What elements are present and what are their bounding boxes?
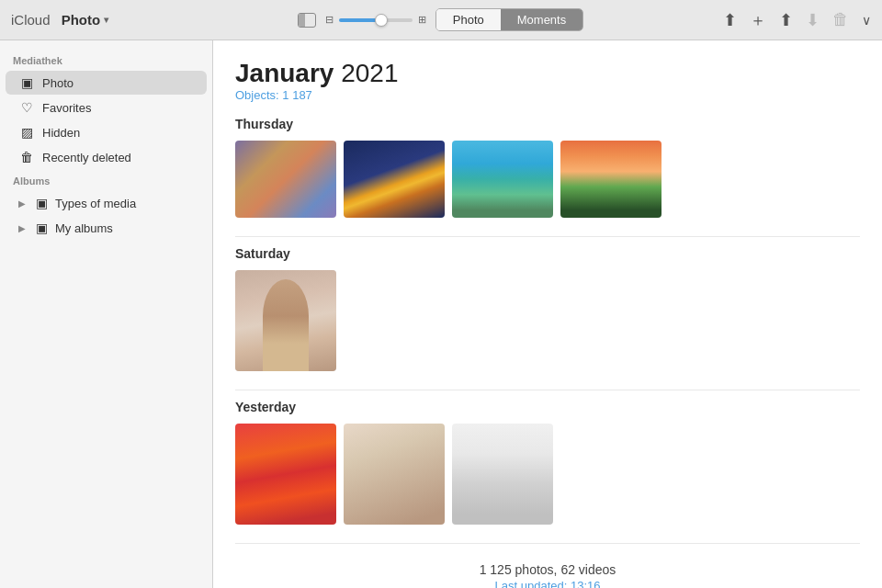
sidebar-item-recently-deleted[interactable]: 🗑 Recently deleted bbox=[6, 145, 207, 169]
sidebar-item-photo[interactable]: ▣ Photo bbox=[6, 71, 207, 95]
zoom-out-icon: ⊟ bbox=[325, 14, 334, 26]
delete-icon[interactable]: 🗑 bbox=[832, 10, 849, 29]
photo-image-clouds bbox=[235, 141, 336, 218]
tab-photo[interactable]: Photo bbox=[436, 9, 501, 30]
sidebar-item-favorites-label: Favorites bbox=[42, 101, 91, 115]
photo-thumb-sunset[interactable] bbox=[560, 141, 662, 218]
titlebar-right: ⬆ ＋ ⬆ ⬇ 🗑 ∨ bbox=[723, 9, 871, 31]
main-layout: Mediathek ▣ Photo ♡ Favorites ▨ Hidden 🗑… bbox=[0, 40, 882, 588]
photo-sidebar-icon: ▣ bbox=[18, 75, 35, 90]
share-icon[interactable]: ⬆ bbox=[779, 10, 793, 30]
titlebar-left: iCloud Photo ▾ bbox=[11, 12, 158, 28]
brand-text: iCloud bbox=[11, 12, 51, 28]
photo-thumb-sleep[interactable] bbox=[344, 424, 445, 525]
sidebar-item-deleted-label: Recently deleted bbox=[42, 151, 131, 164]
day-section-saturday: Saturday bbox=[235, 246, 860, 371]
photo-thumb-clouds[interactable] bbox=[235, 141, 336, 218]
photo-thumb-sitting[interactable] bbox=[452, 424, 553, 525]
photo-thumb-lightning[interactable] bbox=[344, 141, 445, 218]
albums-section-title: Albums bbox=[0, 170, 212, 190]
sidebar-group-types-label: Types of media bbox=[55, 197, 136, 210]
day-title-yesterday: Yesterday bbox=[235, 400, 860, 414]
sidebar-item-hidden-label: Hidden bbox=[42, 126, 80, 140]
objects-count: Objects: 1 187 bbox=[235, 88, 860, 102]
photo-thumb-rocks[interactable] bbox=[452, 141, 553, 218]
albums-expand-icon: ▶ bbox=[18, 223, 26, 233]
types-folder-icon: ▣ bbox=[33, 196, 50, 210]
sidebar-toggle-left bbox=[299, 14, 305, 27]
sidebar-toggle-right bbox=[305, 14, 315, 27]
footer-count: 1 125 photos, 62 videos bbox=[235, 562, 860, 577]
day-section-yesterday: Yesterday bbox=[235, 400, 860, 525]
separator-yesterday bbox=[235, 390, 860, 390]
photo-thumb-flowers[interactable] bbox=[235, 424, 336, 525]
app-name-text: Photo bbox=[62, 12, 101, 28]
zoom-controls: ⊟ ⊞ bbox=[325, 14, 426, 26]
more-icon[interactable]: ∨ bbox=[862, 13, 871, 28]
upload-icon[interactable]: ⬆ bbox=[723, 10, 737, 30]
add-icon[interactable]: ＋ bbox=[750, 9, 766, 31]
app-title: iCloud Photo ▾ bbox=[11, 12, 108, 28]
day-title-thursday: Thursday bbox=[235, 117, 860, 131]
sidebar-group-my-albums[interactable]: ▶ ▣ My albums bbox=[6, 216, 207, 240]
photo-thumb-girl[interactable] bbox=[235, 270, 336, 371]
photo-image-sitting bbox=[452, 424, 553, 525]
footer-last-updated: Last updated: 13:16 bbox=[235, 579, 860, 588]
objects-label: Objects: bbox=[235, 88, 279, 102]
types-expand-icon: ▶ bbox=[18, 198, 26, 209]
titlebar: iCloud Photo ▾ ⊟ ⊞ Photo Moments ⬆ ＋ ⬆ ⬇… bbox=[0, 0, 882, 40]
photo-image-sunset bbox=[560, 141, 662, 218]
month-header: January 2021 Objects: 1 187 bbox=[235, 59, 860, 102]
photo-image-flowers bbox=[235, 424, 336, 525]
zoom-in-icon: ⊞ bbox=[418, 14, 426, 26]
favorites-sidebar-icon: ♡ bbox=[18, 100, 35, 115]
tab-moments[interactable]: Moments bbox=[501, 9, 582, 30]
photo-image-girl bbox=[235, 270, 336, 371]
photo-image-rocks bbox=[452, 141, 553, 218]
photo-grid-saturday bbox=[235, 270, 860, 371]
deleted-sidebar-icon: 🗑 bbox=[18, 150, 35, 164]
photo-image-sleep bbox=[344, 424, 445, 525]
sidebar-item-hidden[interactable]: ▨ Hidden bbox=[6, 120, 207, 144]
app-chevron-icon[interactable]: ▾ bbox=[104, 15, 108, 25]
sidebar-toggle-button[interactable] bbox=[298, 13, 316, 28]
photo-grid-thursday bbox=[235, 141, 860, 218]
albums-folder-icon: ▣ bbox=[33, 220, 50, 235]
separator-saturday bbox=[235, 236, 860, 237]
photo-grid-yesterday bbox=[235, 424, 860, 525]
month-name: January bbox=[235, 59, 334, 87]
mediathek-section-title: Mediathek bbox=[0, 50, 212, 70]
content-area: January 2021 Objects: 1 187 Thursday bbox=[213, 40, 882, 588]
download-icon[interactable]: ⬇ bbox=[806, 10, 820, 30]
hidden-sidebar-icon: ▨ bbox=[18, 125, 35, 140]
view-tabs: Photo Moments bbox=[435, 8, 583, 31]
sidebar-group-albums-label: My albums bbox=[55, 221, 113, 235]
day-section-thursday: Thursday bbox=[235, 117, 860, 218]
day-title-saturday: Saturday bbox=[235, 246, 860, 261]
month-year-value: 2021 bbox=[341, 59, 398, 87]
month-title: January 2021 bbox=[235, 59, 860, 88]
objects-count-value: 1 187 bbox=[282, 88, 312, 102]
titlebar-center: ⊟ ⊞ Photo Moments bbox=[169, 8, 712, 31]
content-footer: 1 125 photos, 62 videos Last updated: 13… bbox=[235, 543, 860, 588]
sidebar-group-types-of-media[interactable]: ▶ ▣ Types of media bbox=[6, 191, 207, 215]
zoom-slider[interactable] bbox=[339, 18, 413, 22]
sidebar-item-favorites[interactable]: ♡ Favorites bbox=[6, 96, 207, 119]
photo-image-lightning bbox=[344, 141, 445, 218]
sidebar: Mediathek ▣ Photo ♡ Favorites ▨ Hidden 🗑… bbox=[0, 40, 213, 588]
sidebar-item-photo-label: Photo bbox=[42, 76, 74, 90]
